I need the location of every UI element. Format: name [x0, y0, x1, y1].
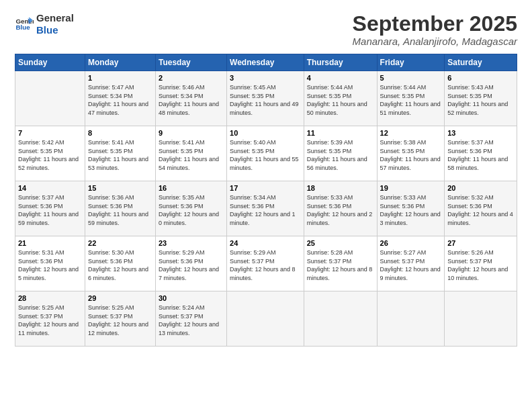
day-info: Sunrise: 5:24 AMSunset: 5:37 PMDaylight:…	[159, 304, 224, 337]
day-info: Sunrise: 5:32 AMSunset: 5:36 PMDaylight:…	[447, 193, 514, 227]
day-info: Sunrise: 5:44 AMSunset: 5:35 PMDaylight:…	[307, 83, 374, 117]
calendar-cell: 21Sunrise: 5:31 AMSunset: 5:36 PMDayligh…	[15, 236, 85, 291]
sunrise-text: Sunrise: 5:26 AM	[447, 248, 514, 257]
calendar-cell: 18Sunrise: 5:33 AMSunset: 5:36 PMDayligh…	[304, 181, 377, 236]
day-info: Sunrise: 5:37 AMSunset: 5:36 PMDaylight:…	[18, 193, 82, 227]
day-number: 10	[230, 129, 301, 137]
daylight-text: Daylight: 11 hours and 55 minutes.	[230, 155, 301, 172]
day-info: Sunrise: 5:31 AMSunset: 5:36 PMDaylight:…	[18, 248, 82, 282]
sunrise-text: Sunrise: 5:35 AM	[159, 193, 224, 202]
daylight-text: Daylight: 12 hours and 3 minutes.	[380, 210, 442, 227]
sunset-text: Sunset: 5:35 PM	[380, 147, 442, 156]
day-info: Sunrise: 5:25 AMSunset: 5:37 PMDaylight:…	[88, 304, 152, 337]
weekday-header: Saturday	[445, 54, 517, 71]
sunrise-text: Sunrise: 5:29 AM	[159, 248, 224, 257]
daylight-text: Daylight: 11 hours and 47 minutes.	[88, 100, 152, 117]
daylight-text: Daylight: 11 hours and 49 minutes.	[230, 100, 301, 117]
calendar-cell: 25Sunrise: 5:28 AMSunset: 5:37 PMDayligh…	[304, 236, 377, 291]
day-info: Sunrise: 5:28 AMSunset: 5:37 PMDaylight:…	[307, 248, 374, 282]
sunset-text: Sunset: 5:36 PM	[380, 202, 442, 211]
page: General Blue General Blue September 2025…	[0, 0, 532, 411]
daylight-text: Daylight: 12 hours and 10 minutes.	[447, 265, 514, 282]
daylight-text: Daylight: 12 hours and 1 minute.	[230, 210, 301, 227]
sunset-text: Sunset: 5:35 PM	[88, 147, 152, 156]
sunset-text: Sunset: 5:36 PM	[18, 257, 82, 266]
day-info: Sunrise: 5:25 AMSunset: 5:37 PMDaylight:…	[18, 304, 82, 337]
daylight-text: Daylight: 12 hours and 7 minutes.	[159, 265, 224, 282]
sunset-text: Sunset: 5:36 PM	[447, 147, 514, 156]
sunrise-text: Sunrise: 5:34 AM	[230, 193, 301, 202]
day-number: 15	[88, 184, 152, 192]
day-number: 28	[18, 294, 82, 302]
daylight-text: Daylight: 11 hours and 59 minutes.	[18, 210, 82, 227]
day-number: 23	[159, 239, 224, 247]
sunset-text: Sunset: 5:37 PM	[18, 312, 82, 321]
daylight-text: Daylight: 12 hours and 13 minutes.	[159, 320, 224, 337]
calendar-cell	[15, 71, 85, 126]
sunrise-text: Sunrise: 5:38 AM	[380, 138, 442, 147]
day-number: 22	[88, 239, 152, 247]
calendar-cell: 11Sunrise: 5:39 AMSunset: 5:35 PMDayligh…	[304, 126, 377, 181]
sunrise-text: Sunrise: 5:32 AM	[447, 193, 514, 202]
sunset-text: Sunset: 5:35 PM	[380, 92, 442, 101]
calendar-cell: 14Sunrise: 5:37 AMSunset: 5:36 PMDayligh…	[15, 181, 85, 236]
calendar-cell: 15Sunrise: 5:36 AMSunset: 5:36 PMDayligh…	[85, 181, 156, 236]
calendar-cell: 30Sunrise: 5:24 AMSunset: 5:37 PMDayligh…	[155, 291, 226, 347]
daylight-text: Daylight: 11 hours and 48 minutes.	[159, 100, 224, 117]
sunset-text: Sunset: 5:35 PM	[307, 92, 374, 101]
calendar-cell: 3Sunrise: 5:45 AMSunset: 5:35 PMDaylight…	[227, 71, 304, 126]
sunset-text: Sunset: 5:35 PM	[159, 147, 224, 156]
day-number: 4	[307, 74, 374, 82]
day-number: 30	[159, 294, 224, 302]
day-info: Sunrise: 5:40 AMSunset: 5:35 PMDaylight:…	[230, 138, 301, 172]
daylight-text: Daylight: 12 hours and 8 minutes.	[230, 265, 301, 282]
logo: General Blue General Blue	[15, 12, 74, 36]
sunrise-text: Sunrise: 5:37 AM	[18, 193, 82, 202]
calendar-cell	[304, 291, 377, 347]
sunset-text: Sunset: 5:36 PM	[307, 202, 374, 211]
daylight-text: Daylight: 12 hours and 12 minutes.	[88, 320, 152, 337]
day-info: Sunrise: 5:44 AMSunset: 5:35 PMDaylight:…	[380, 83, 442, 117]
calendar-cell: 8Sunrise: 5:41 AMSunset: 5:35 PMDaylight…	[85, 126, 156, 181]
sunset-text: Sunset: 5:35 PM	[230, 147, 301, 156]
day-number: 19	[380, 184, 442, 192]
daylight-text: Daylight: 12 hours and 8 minutes.	[307, 265, 374, 282]
day-info: Sunrise: 5:26 AMSunset: 5:37 PMDaylight:…	[447, 248, 514, 282]
sunset-text: Sunset: 5:35 PM	[230, 92, 301, 101]
day-number: 16	[159, 184, 224, 192]
calendar-week-row: 7Sunrise: 5:42 AMSunset: 5:35 PMDaylight…	[15, 126, 517, 181]
calendar-cell: 5Sunrise: 5:44 AMSunset: 5:35 PMDaylight…	[377, 71, 445, 126]
daylight-text: Daylight: 11 hours and 56 minutes.	[307, 155, 374, 172]
calendar-cell: 9Sunrise: 5:41 AMSunset: 5:35 PMDaylight…	[155, 126, 226, 181]
day-number: 7	[18, 129, 82, 137]
day-number: 14	[18, 184, 82, 192]
sunrise-text: Sunrise: 5:28 AM	[307, 248, 374, 257]
day-number: 13	[447, 129, 514, 137]
calendar-cell: 2Sunrise: 5:46 AMSunset: 5:34 PMDaylight…	[155, 71, 226, 126]
calendar-cell: 20Sunrise: 5:32 AMSunset: 5:36 PMDayligh…	[445, 181, 517, 236]
calendar-cell	[227, 291, 304, 347]
day-info: Sunrise: 5:46 AMSunset: 5:34 PMDaylight:…	[159, 83, 224, 117]
day-number: 5	[380, 74, 442, 82]
day-info: Sunrise: 5:33 AMSunset: 5:36 PMDaylight:…	[307, 193, 374, 227]
day-info: Sunrise: 5:34 AMSunset: 5:36 PMDaylight:…	[230, 193, 301, 227]
calendar-cell: 4Sunrise: 5:44 AMSunset: 5:35 PMDaylight…	[304, 71, 377, 126]
day-info: Sunrise: 5:37 AMSunset: 5:36 PMDaylight:…	[447, 138, 514, 172]
sunset-text: Sunset: 5:34 PM	[159, 92, 224, 101]
calendar-cell: 27Sunrise: 5:26 AMSunset: 5:37 PMDayligh…	[445, 236, 517, 291]
calendar-cell: 17Sunrise: 5:34 AMSunset: 5:36 PMDayligh…	[227, 181, 304, 236]
sunrise-text: Sunrise: 5:39 AM	[307, 138, 374, 147]
title-block: September 2025 Mananara, Analanjirofo, M…	[353, 12, 517, 47]
sunset-text: Sunset: 5:35 PM	[18, 147, 82, 156]
weekday-header: Friday	[377, 54, 445, 71]
sunrise-text: Sunrise: 5:31 AM	[18, 248, 82, 257]
day-number: 24	[230, 239, 301, 247]
sunrise-text: Sunrise: 5:25 AM	[18, 304, 82, 312]
daylight-text: Daylight: 11 hours and 51 minutes.	[380, 100, 442, 117]
sunrise-text: Sunrise: 5:27 AM	[380, 248, 442, 257]
day-info: Sunrise: 5:29 AMSunset: 5:36 PMDaylight:…	[159, 248, 224, 282]
sunrise-text: Sunrise: 5:37 AM	[447, 138, 514, 147]
sunrise-text: Sunrise: 5:29 AM	[230, 248, 301, 257]
weekday-header: Monday	[85, 54, 156, 71]
sunset-text: Sunset: 5:36 PM	[159, 202, 224, 211]
